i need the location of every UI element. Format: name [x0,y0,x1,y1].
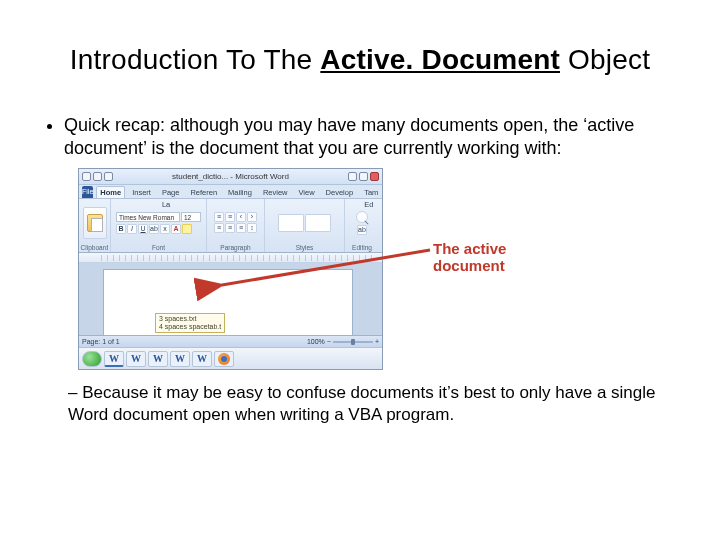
font-name-select[interactable]: Times New Roman [116,212,180,222]
start-button[interactable] [82,351,102,367]
ribbon-tabs: File Home Insert Page La Referen Mailing… [79,185,382,199]
undo-icon[interactable] [93,172,102,181]
highlight-icon[interactable] [182,224,192,234]
find-icon[interactable] [356,211,368,223]
word-icon: W [109,353,119,364]
callout-line2: document [433,257,505,274]
numbering-icon[interactable]: ≡ [225,212,235,222]
replace-icon[interactable]: ab [357,225,367,235]
maximize-icon[interactable] [359,172,368,181]
taskbar-word-5[interactable]: W [192,351,212,367]
slide: Introduction To The Active. Document Obj… [0,0,720,540]
taskbar-word-2[interactable]: W [126,351,146,367]
indent-right-icon[interactable]: › [247,212,257,222]
tab-references[interactable]: Referen [186,186,221,198]
window-title: student_dictio... - Microsoft Word [117,172,344,181]
title-keyword: Active. Document [320,44,560,75]
align-right-icon[interactable]: ≡ [236,223,246,233]
title-suffix: Object [560,44,650,75]
bullet-list: Quick recap: although you may have many … [40,114,680,160]
underline-icon[interactable]: U [138,224,148,234]
group-styles-label: Styles [296,244,314,251]
group-editing: ab Editing [345,199,379,252]
group-styles: Styles [265,199,345,252]
bold-icon[interactable]: B [116,224,126,234]
taskbar-tooltip: 3 spaces.txt 4 spaces spacetab.t [155,313,225,333]
callout-line1: The active [433,240,506,257]
sub-bullet-1: Because it may be easy to confuse docume… [68,382,680,426]
ribbon: Clipboard Times New Roman 12 B I U ab [79,199,382,253]
window-titlebar: student_dictio... - Microsoft Word [79,169,382,185]
zoom-control[interactable]: 100% −+ [307,338,379,345]
word-icon: W [131,353,141,364]
page[interactable] [103,269,353,335]
tab-view[interactable]: View [294,186,318,198]
paste-icon [87,214,103,232]
paste-button[interactable] [83,207,107,239]
window-controls [348,172,379,181]
group-clipboard-label: Clipboard [81,244,109,251]
minimize-icon[interactable] [348,172,357,181]
group-editing-label: Editing [352,244,372,251]
tab-mailings[interactable]: Mailing [224,186,256,198]
word-icon: W [175,353,185,364]
word-icon: W [197,353,207,364]
status-page: Page: 1 of 1 [82,338,120,345]
word-icon: W [153,353,163,364]
italic-icon[interactable]: I [127,224,137,234]
taskbar-word-3[interactable]: W [148,351,168,367]
zoom-value: 100% [307,338,325,345]
group-font-label: Font [152,244,165,251]
bullet-1: Quick recap: although you may have many … [64,114,680,160]
indent-left-icon[interactable]: ‹ [236,212,246,222]
group-paragraph: ≡ ≡ ‹ › ≡ ≡ ≡ ↕ Paragraph [207,199,265,252]
tab-addon[interactable]: Tam Ed [360,186,382,198]
tab-pagelayout[interactable]: Page La [158,186,184,198]
callout-label: The active document [433,240,506,275]
tab-developer[interactable]: Develop [322,186,358,198]
tooltip-line1: 3 spaces.txt [159,315,196,322]
zoom-slider[interactable] [333,341,373,343]
firefox-icon [218,353,230,365]
bullets-icon[interactable]: ≡ [214,212,224,222]
line-spacing-icon[interactable]: ↕ [247,223,257,233]
save-icon[interactable] [82,172,91,181]
sub-bullet-list: Because it may be easy to confuse docume… [40,382,680,426]
close-icon[interactable] [370,172,379,181]
style-heading1[interactable] [305,214,331,232]
group-clipboard: Clipboard [79,199,111,252]
title-prefix: Introduction To The [70,44,320,75]
font-size-select[interactable]: 12 [181,212,201,222]
ruler[interactable] [79,253,382,263]
align-center-icon[interactable]: ≡ [225,223,235,233]
group-paragraph-label: Paragraph [220,244,250,251]
strike-icon[interactable]: ab [149,224,159,234]
taskbar: W W W W W [79,347,382,369]
group-font: Times New Roman 12 B I U ab x A [111,199,207,252]
word-window: student_dictio... - Microsoft Word File … [78,168,383,370]
taskbar-firefox[interactable] [214,351,234,367]
tab-insert[interactable]: Insert [128,186,155,198]
tooltip-line2: 4 spaces spacetab.t [159,323,221,330]
font-color-icon[interactable]: A [171,224,181,234]
status-bar: Page: 1 of 1 100% −+ [79,335,382,347]
figure-wrap: student_dictio... - Microsoft Word File … [78,168,680,370]
style-normal[interactable] [278,214,304,232]
align-left-icon[interactable]: ≡ [214,223,224,233]
qat-icons [82,172,113,181]
file-tab[interactable]: File [82,186,93,198]
document-area[interactable]: 3 spaces.txt 4 spaces spacetab.t [79,263,382,335]
redo-icon[interactable] [104,172,113,181]
subscript-icon[interactable]: x [160,224,170,234]
slide-title: Introduction To The Active. Document Obj… [40,44,680,76]
tab-home[interactable]: Home [96,186,125,198]
taskbar-word-1[interactable]: W [104,351,124,367]
tab-review[interactable]: Review [259,186,292,198]
taskbar-word-4[interactable]: W [170,351,190,367]
